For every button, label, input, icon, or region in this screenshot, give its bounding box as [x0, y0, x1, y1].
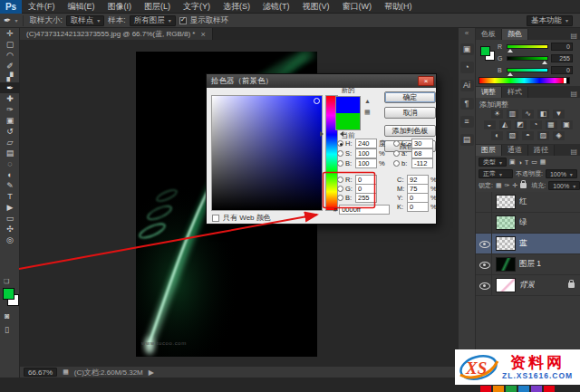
l-radio[interactable] — [393, 140, 400, 147]
layer-row-red[interactable]: 红 — [476, 192, 580, 213]
document-tab[interactable]: (C)473731242132373555.jpg @ 66.7%(蓝, RGB… — [20, 28, 213, 40]
menu-select[interactable]: 选择(S) — [217, 0, 256, 14]
blue-slider[interactable] — [507, 68, 548, 72]
color-spectrum-ramp[interactable] — [478, 77, 570, 84]
filter-type-layers-icon[interactable]: T — [525, 159, 528, 166]
dock-icon-4[interactable]: ¶ — [460, 98, 474, 110]
visibility-toggle[interactable] — [478, 192, 492, 213]
green-slider-thumb[interactable] — [542, 61, 547, 64]
lab-b-input[interactable] — [411, 158, 433, 168]
filter-adjustment-layers-icon[interactable]: ◑ — [518, 159, 522, 166]
b-input[interactable] — [355, 158, 377, 168]
menu-window[interactable]: 窗口(W) — [336, 0, 379, 14]
collapse-panels-icon[interactable]: « — [459, 29, 475, 37]
rgb-b-radio[interactable] — [337, 195, 343, 201]
blue-value[interactable]: 0 — [551, 66, 573, 74]
tab-color[interactable]: 颜色 — [502, 29, 528, 40]
layer-row-green[interactable]: 绿 — [476, 213, 580, 234]
crop-tool[interactable]: ▞ — [0, 72, 20, 82]
levels-icon[interactable]: ▥ — [507, 110, 518, 119]
default-colors-icon[interactable]: ❏ — [4, 278, 9, 285]
visibility-toggle[interactable] — [478, 213, 492, 234]
green-value[interactable]: 255 — [551, 54, 573, 62]
tab-adjustments[interactable]: 调整 — [476, 87, 502, 98]
tab-channels[interactable]: 通道 — [502, 145, 528, 156]
add-to-swatches-button[interactable]: 添加到色板 — [384, 125, 436, 137]
layer-row-background[interactable]: 背景 — [476, 275, 580, 296]
foreground-color-swatch[interactable] — [3, 288, 14, 300]
black-white-icon[interactable]: ◩ — [515, 120, 527, 129]
dock-icon-5[interactable]: ≡ — [460, 116, 474, 128]
brightness-contrast-icon[interactable]: ☀ — [491, 110, 503, 119]
a-radio[interactable] — [393, 150, 400, 157]
curves-icon[interactable]: ∿ — [522, 110, 534, 119]
gradient-tool[interactable]: ▤ — [0, 148, 20, 158]
hue-slider-left-arrow[interactable] — [320, 131, 324, 137]
threshold-icon[interactable]: ◓ — [522, 131, 534, 140]
eraser-tool[interactable]: ▱ — [0, 137, 20, 148]
brush-tool[interactable]: ✑ — [0, 104, 20, 115]
tab-styles[interactable]: 样式 — [502, 87, 528, 98]
web-only-checkbox[interactable] — [212, 215, 219, 222]
panel-menu-icon[interactable]: ▤ — [570, 148, 577, 156]
marquee-tool[interactable]: ▢ — [0, 39, 20, 50]
clone-stamp-tool[interactable]: ▣ — [0, 115, 20, 126]
selective-color-icon[interactable]: ◈ — [553, 131, 565, 140]
dock-icon-1[interactable]: ▣ — [460, 43, 474, 55]
screen-mode-icon[interactable]: ▯ — [5, 325, 9, 334]
menu-help[interactable]: 帮助(H) — [378, 0, 419, 14]
menu-edit[interactable]: 编辑(E) — [62, 0, 102, 14]
layer-thumbnail[interactable] — [496, 278, 516, 292]
pen-tool[interactable]: ✎ — [0, 180, 20, 191]
quick-selection-tool[interactable]: ✐ — [0, 61, 20, 72]
sample-size-select[interactable]: 取样点▾ — [66, 15, 105, 26]
lock-pixels-icon[interactable]: ✑ — [505, 182, 510, 189]
type-tool[interactable]: T — [0, 191, 20, 202]
tab-paths[interactable]: 路径 — [528, 145, 555, 156]
visibility-toggle[interactable] — [478, 275, 492, 296]
move-tool[interactable]: ✛ — [0, 28, 20, 39]
layer-filter-select[interactable]: 类型▾ — [478, 158, 507, 167]
lock-all-icon[interactable] — [520, 183, 527, 188]
filter-pixel-layers-icon[interactable]: ▣ — [509, 158, 516, 166]
b-radio[interactable] — [337, 160, 343, 167]
layer-thumbnail[interactable] — [496, 236, 516, 251]
hex-input[interactable] — [339, 205, 390, 215]
green-slider[interactable] — [507, 56, 548, 61]
visibility-toggle[interactable] — [478, 254, 492, 275]
menu-view[interactable]: 视图(V) — [296, 0, 336, 14]
panel-menu-icon[interactable]: ▤ — [570, 32, 577, 40]
show-sampling-ring-checkbox[interactable] — [179, 17, 187, 24]
red-slider[interactable] — [507, 44, 548, 49]
dialog-close-button[interactable]: × — [418, 76, 434, 86]
menu-image[interactable]: 图像(I) — [102, 0, 139, 14]
filter-shape-layers-icon[interactable]: ▭ — [531, 158, 537, 166]
cancel-button[interactable]: 取消 — [384, 107, 436, 119]
layer-thumbnail[interactable] — [496, 257, 516, 272]
zoom-level-field[interactable]: 66.67% — [24, 368, 57, 377]
shape-tool[interactable]: ▭ — [0, 213, 20, 224]
color-lookup-icon[interactable]: ▣ — [561, 120, 573, 129]
channel-mixer-icon[interactable]: ▦ — [546, 120, 557, 129]
posterize-icon[interactable]: ▧ — [507, 131, 518, 140]
tool-preset-arrow-icon[interactable]: ▾ — [14, 17, 17, 24]
vibrance-icon[interactable]: ▼ — [553, 110, 565, 119]
red-slider-thumb[interactable] — [508, 49, 513, 53]
eyedropper-tool[interactable]: ✒ — [0, 82, 20, 93]
blue-slider-thumb[interactable] — [508, 72, 513, 76]
r-radio[interactable] — [337, 177, 343, 183]
h-input[interactable] — [355, 139, 377, 148]
ok-button[interactable]: 确定 — [384, 91, 436, 103]
k-input[interactable] — [407, 202, 429, 212]
tab-swatches[interactable]: 色板 — [476, 29, 502, 40]
rgb-b-input[interactable] — [355, 193, 377, 203]
history-brush-tool[interactable]: ↺ — [0, 126, 20, 137]
path-selection-tool[interactable]: ▶ — [0, 202, 20, 213]
menu-filter[interactable]: 滤镜(T) — [256, 0, 296, 14]
dock-icon-6[interactable]: ▤ — [460, 134, 474, 146]
invert-icon[interactable]: ◐ — [491, 131, 503, 140]
quick-mask-icon[interactable]: ◙ — [5, 311, 9, 320]
s-input[interactable] — [355, 148, 377, 158]
web-safe-cube-icon[interactable]: ▦ — [364, 109, 371, 116]
lab-b-radio[interactable] — [393, 160, 400, 167]
